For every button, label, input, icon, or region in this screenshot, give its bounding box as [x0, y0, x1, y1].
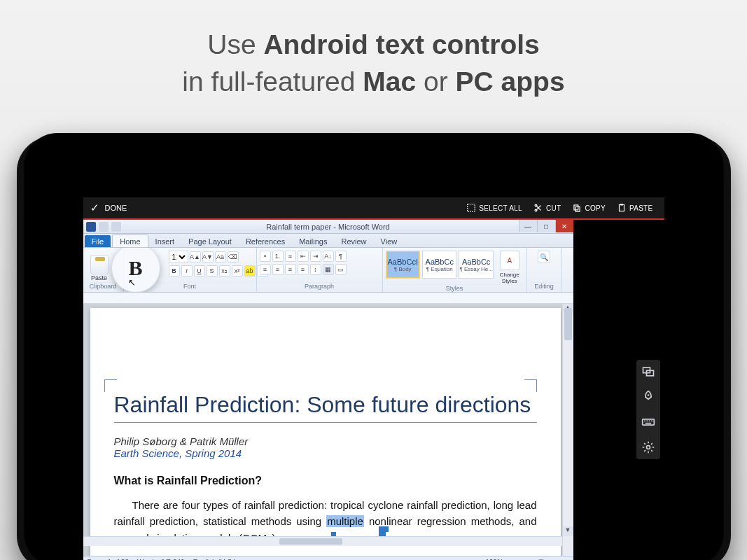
text-selection[interactable]: multiple — [326, 515, 364, 527]
svg-rect-15 — [646, 421, 648, 422]
grow-font-button[interactable]: A▲ — [190, 251, 201, 262]
tab-insert[interactable]: Insert — [148, 235, 182, 247]
tab-mailings[interactable]: Mailings — [292, 235, 334, 247]
sort-button[interactable]: A↓ — [323, 251, 334, 262]
tab-file[interactable]: File — [85, 235, 111, 247]
bold-button[interactable]: B — [169, 265, 180, 276]
svg-rect-6 — [620, 204, 623, 205]
group-styles-label: Styles — [386, 284, 524, 292]
svg-rect-14 — [644, 421, 645, 422]
rocket-icon[interactable] — [641, 389, 656, 405]
paste-big-icon — [90, 255, 109, 274]
tab-references[interactable]: References — [239, 235, 292, 247]
doc-authors: Philip Søborg & Patrik Müller — [114, 435, 537, 447]
svg-rect-17 — [651, 421, 652, 422]
scroll-down-icon[interactable]: ▼ — [563, 526, 573, 536]
document-page[interactable]: Rainfall Prediction: Some future directi… — [90, 308, 561, 556]
style-equation[interactable]: AaBbCc¶ Equation — [422, 251, 456, 279]
horizontal-ruler[interactable] — [83, 293, 573, 304]
ribbon: B ↖ Paste Clipboard 12 A▲ A▼ Aa ⌫ — [83, 248, 573, 293]
line-spacing-button[interactable]: ↕ — [310, 264, 321, 275]
show-marks-button[interactable]: ¶ — [335, 251, 347, 262]
document-viewport[interactable]: Rainfall Prediction: Some future directi… — [83, 304, 573, 556]
margin-corner-tl — [104, 379, 117, 392]
align-right-button[interactable]: ≡ — [285, 264, 296, 275]
italic-button[interactable]: I — [181, 265, 193, 276]
justify-button[interactable]: ≡ — [298, 264, 309, 275]
find-button[interactable]: 🔍 — [538, 251, 550, 263]
horizontal-scrollbar[interactable] — [83, 536, 562, 546]
style-essay-heading[interactable]: AaBbCc¶ Essay He... — [459, 251, 493, 279]
qat-save-icon[interactable] — [99, 222, 109, 232]
tab-page-layout[interactable]: Page Layout — [181, 235, 239, 247]
quick-access-icons — [86, 222, 121, 232]
vscroll-thumb[interactable] — [564, 308, 572, 340]
group-editing-label: Editing — [530, 282, 559, 292]
bold-glyph-icon: B — [128, 256, 142, 280]
highlight-button[interactable]: ab — [244, 265, 256, 276]
remote-right-gutter — [573, 220, 664, 560]
align-center-button[interactable]: ≡ — [272, 264, 284, 275]
shading-button[interactable]: ▦ — [323, 264, 334, 275]
copy-icon — [572, 203, 582, 213]
cut-button[interactable]: CUT — [528, 197, 566, 218]
underline-button[interactable]: U — [194, 265, 205, 276]
select-all-button[interactable]: SELECT ALL — [461, 197, 528, 218]
window-title: Rainfall term paper - Microsoft Word — [266, 223, 389, 231]
svg-rect-3 — [574, 205, 578, 210]
indent-button[interactable]: ⇥ — [310, 251, 321, 262]
change-styles-button[interactable]: A — [500, 251, 519, 270]
qat-undo-icon[interactable] — [111, 222, 121, 232]
svg-rect-16 — [648, 421, 650, 422]
font-size-select[interactable]: 12 — [169, 251, 188, 263]
numbering-button[interactable]: 1. — [272, 251, 284, 262]
multilevel-button[interactable]: ≡ — [285, 251, 296, 262]
paste-button[interactable]: PASTE — [611, 197, 659, 218]
subscript-button[interactable]: x₂ — [219, 265, 230, 276]
word-app-icon — [86, 222, 96, 232]
windows-icon[interactable] — [641, 364, 656, 379]
clear-format-button[interactable]: ⌫ — [228, 251, 239, 262]
shrink-font-button[interactable]: A▼ — [202, 251, 214, 262]
change-case-button[interactable]: Aa — [215, 251, 226, 262]
svg-point-19 — [646, 446, 650, 449]
clipboard-icon — [617, 203, 627, 213]
scissors-icon — [533, 203, 543, 213]
done-label[interactable]: DONE — [105, 204, 127, 212]
tab-home[interactable]: Home — [112, 234, 148, 247]
cursor-arrow-icon: ↖ — [128, 277, 136, 288]
svg-rect-18 — [645, 423, 650, 424]
window-maximize-button[interactable]: □ — [537, 220, 555, 232]
remote-app-topbar: ✓ DONE SELECT ALL CUT COPY PASTE — [83, 197, 664, 218]
doc-heading: What is Rainfall Prediction? — [114, 475, 537, 487]
vertical-scrollbar[interactable]: ▲ ▼ — [562, 304, 573, 556]
superscript-button[interactable]: x² — [232, 265, 243, 276]
group-clipboard-label: Clipboard — [86, 282, 120, 292]
tab-review[interactable]: Review — [335, 235, 374, 247]
tab-view[interactable]: View — [374, 235, 405, 247]
keyboard-icon[interactable] — [641, 414, 656, 430]
promo-headline: Use Android text controls in full-featur… — [0, 0, 747, 100]
paste-big-button[interactable]: Paste — [86, 249, 113, 281]
ribbon-tabs: File Home Insert Page Layout References … — [83, 234, 573, 248]
word-window: Rainfall term paper - Microsoft Word — □… — [83, 220, 573, 560]
borders-button[interactable]: ▭ — [335, 264, 347, 275]
hscroll-thumb[interactable] — [279, 538, 342, 545]
outdent-button[interactable]: ⇤ — [298, 251, 309, 262]
bullets-button[interactable]: • — [260, 251, 271, 262]
group-paragraph-label: Paragraph — [260, 282, 379, 292]
svg-rect-5 — [619, 204, 624, 211]
status-bar: Page: 1 of 23 Words: 1/5,249 English (U.… — [83, 556, 573, 560]
select-all-icon — [466, 203, 476, 213]
style-body[interactable]: AaBbCcI¶ Body — [386, 251, 421, 279]
done-check-icon[interactable]: ✓ — [90, 202, 99, 214]
gear-icon[interactable] — [641, 440, 656, 455]
remote-toolbar — [636, 360, 660, 459]
copy-button[interactable]: COPY — [566, 197, 611, 218]
svg-rect-12 — [642, 419, 654, 425]
window-minimize-button[interactable]: — — [519, 220, 537, 232]
window-close-button[interactable]: ✕ — [555, 220, 573, 232]
strike-button[interactable]: S — [207, 265, 218, 276]
svg-rect-4 — [576, 206, 580, 211]
align-left-button[interactable]: ≡ — [260, 264, 271, 275]
